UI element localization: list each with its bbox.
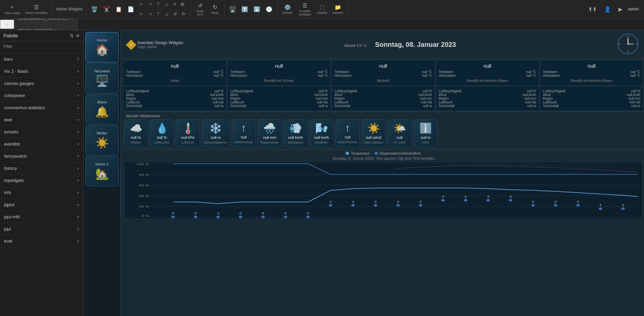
svg-text:9h: 9h [351,218,355,219]
nav-card-title-1: Netzwerk [94,69,110,73]
weather-icon-card-7: 🌬️ null km/h Windböen [310,119,334,147]
nav-card-wetter[interactable]: Wetter ☀️ [85,125,119,155]
cut-button[interactable]: ✂️ [101,4,112,14]
redo-button2[interactable]: ↻ [180,9,187,19]
align-left-button[interactable]: ⊢ [138,0,145,9]
palette-item-dwd[interactable]: dwd▾ [0,114,83,126]
svg-text:20 %: 20 % [139,204,149,208]
palette-item-label: jqui [4,226,11,231]
align-right-button[interactable]: ⊤ [154,0,162,9]
pages-icon: ☰ [34,4,39,10]
import-button[interactable]: ⬇️ [252,4,262,14]
chart-section: Temperatur Regenwahrscheinlichkeit Sonnt… [122,150,644,224]
collapse-button[interactable]: ⬆⬆ [586,4,599,14]
paste-button[interactable]: 📄 [125,4,136,14]
legend-rain: Regenwahrscheinlichkeit [375,151,421,155]
admin-label: admin [628,7,639,11]
palette-item-canvas-gauges[interactable]: canvas-gauges▾ [0,77,83,90]
palette-close-button[interactable]: ✕ [76,33,80,38]
palette-header: Palette ⇅ ✕ [0,30,83,41]
weather-icon-card-5: 🌧️ null mm Regenmenge [258,119,282,147]
align-bottom-button[interactable]: ≡ [171,0,178,9]
palette-sort-button[interactable]: ⇅ [70,33,74,38]
palette-item-kodi[interactable]: kodi▾ [0,235,83,247]
content-area: i Inventwo Design Widgets Page: Wetter A… [122,30,644,316]
weather-detail-0: Luftfeuchtigkeitnull % Windnull km/h Reg… [123,86,227,111]
weather-icon-value-8: null [345,135,350,139]
weather-icon-5: 🌧️ [263,122,276,134]
weather-icon-value-1: null % [157,135,167,139]
play-button[interactable]: ▶ [616,4,624,14]
preview-button[interactable]: 🖥️ [227,4,238,14]
palette-item-label: hqwidgets [4,178,24,183]
svg-text:10h: 10h [372,218,379,219]
nav-card-netzwerk[interactable]: Netzwerk 🖥️ [85,63,119,93]
weather-icon-value-11: null m [420,135,430,139]
tab-device_watcher[interactable]: DEVICE_WATCHER✕ [14,24,78,30]
weather-icon-value-4: null [241,135,246,139]
neue-seite-button[interactable]: ＋ Neue Seite [3,2,22,16]
align5-button[interactable]: ⊥ [163,9,171,19]
tab-coronavirus[interactable]: CORONAVIRUS_STATISTICS✕ [14,19,78,24]
distribute-button[interactable]: ⊞ [179,0,186,9]
svg-text:80 %: 80 % [139,172,149,176]
palette-item-vis-2---basic[interactable]: Vis 2 - Basic▾ [0,65,83,77]
export-button[interactable]: ⬆️ [239,4,250,14]
align-center-v-button[interactable]: ⊣ [146,0,154,9]
align4-button[interactable]: ⊤ [154,9,162,19]
nav-card-home[interactable]: Home 🏠 [85,32,119,62]
toolbar-main-actions: ⚙️ Einstell. ☰ Projekte verwalten ⬚ Obje… [277,0,348,18]
projekte-verwalten-button[interactable]: ☰ Projekte verwalten [296,1,314,18]
tab-close-coronavirus[interactable]: ✕ [70,19,73,20]
svg-text:11h: 11h [395,218,402,219]
palette-item-bars[interactable]: bars▾ [0,53,83,65]
history-button[interactable]: 🕐 [264,4,274,14]
toolbar-edit-section: 🗑️ ✂️ 📋 📄 ⊢ ⊣ ⊤ ⊥ ≡ ⊞ ⊢ ⊣ ⊤ ⊥ ↺ ↻ [86,0,191,18]
weather-icon-label-6: Windspeed [288,141,303,144]
svg-text:12: 12 [626,35,629,38]
nav-card-home-2[interactable]: Home 2 🏡 [85,156,119,186]
svg-text:1: 1 [622,203,624,207]
main-toolbar: ＋ Neue Seite ☰ Seiten verwalten Aktive W… [0,0,644,19]
palette-item-echarts[interactable]: echarts▾ [0,126,83,138]
align-top-button[interactable]: ⊥ [163,0,171,9]
palette-item-fancyswitch[interactable]: fancyswitch▾ [0,150,83,162]
chart-svg: 100 % 80 % 60 % 40 % 20 % 0 % [124,162,642,219]
palette-item-colorpicker[interactable]: colorpicker▾ [0,90,83,102]
palette-item-jqplot[interactable]: jqplot▾ [0,199,83,211]
legend-rain-dot [375,152,378,155]
palette-item-hqwidgets[interactable]: hqwidgets▾ [0,175,83,187]
nav-card-icon-1: 🖥️ [95,74,109,87]
nav-card-alarm[interactable]: Alarm 🔔 [85,94,119,124]
dateien-button[interactable]: 📁 Dateien [331,3,345,16]
delete-button[interactable]: 🗑️ [89,4,100,14]
weather-icon-label-1: Luftfeuchte [154,141,170,144]
svg-text:1h: 1h [171,218,175,219]
add-tab-button[interactable]: ＋ [0,20,14,29]
tab-bar: ＋ ALARM✕ALEXA✕ANRUFMONITOR✕BACKITUP✕CORO… [0,19,644,30]
align2-button[interactable]: ⊢ [138,9,145,19]
weather-icon-value-9: null w/m2 [366,135,381,139]
svg-point-55 [329,204,332,207]
palette-item-history[interactable]: history▾ [0,162,83,175]
redo-button[interactable]: ↻ Redo [208,3,222,16]
align3-button[interactable]: ⊣ [146,9,154,19]
copy-button[interactable]: 📋 [113,4,124,14]
palette-item-jqui[interactable]: jqui▾ [0,223,83,235]
palette-item-arrow: ▾ [77,69,79,74]
objekte-button[interactable]: ⬚ Objekte [315,3,329,16]
seiten-verwalten-button[interactable]: ☰ Seiten verwalten [23,3,50,16]
palette-item-label: dwd [4,117,12,122]
user-icon-button[interactable]: 👤 [602,4,613,14]
palette-item-coronavirus-statistics[interactable]: coronavirus-statistics▾ [0,102,83,114]
palette-item-arrow: ▾ [77,130,79,134]
undo-button[interactable]: ↺ Undo (1/1) [193,1,207,18]
svg-point-65 [441,199,445,202]
palette-item-info[interactable]: info▾ [0,187,83,199]
svg-text:60 %: 60 % [139,183,149,187]
einstell-button[interactable]: ⚙️ Einstell. [280,3,295,16]
undo-button2[interactable]: ↺ [171,9,179,19]
palette-item-jqui-mfd[interactable]: jqui-mfd▾ [0,211,83,223]
svg-point-77 [576,204,580,207]
palette-item-eventlist[interactable]: eventlist▾ [0,138,83,150]
